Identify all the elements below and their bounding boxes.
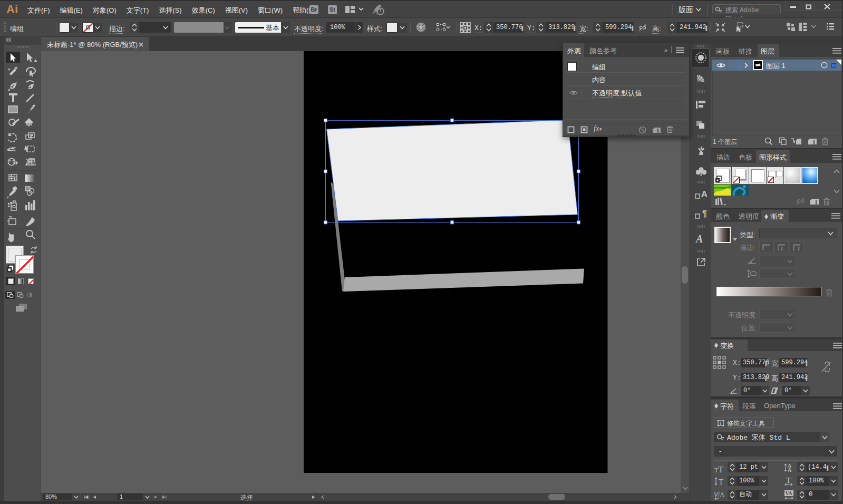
svg-text:A: A bbox=[788, 467, 792, 472]
svg-text:/A: /A bbox=[718, 491, 724, 498]
svg-text:T: T bbox=[719, 421, 722, 426]
svg-text:T: T bbox=[718, 464, 724, 473]
svg-text:T: T bbox=[719, 478, 723, 486]
svg-text:T: T bbox=[786, 476, 791, 484]
svg-text:VA: VA bbox=[786, 490, 793, 496]
